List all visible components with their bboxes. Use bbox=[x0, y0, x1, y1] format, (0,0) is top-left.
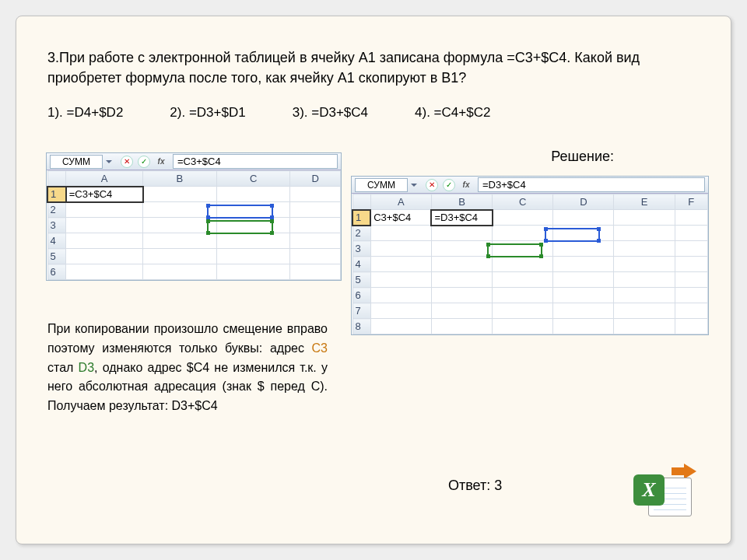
cell[interactable] bbox=[675, 241, 707, 257]
cell[interactable] bbox=[66, 202, 143, 218]
namebox-dropdown-icon[interactable] bbox=[411, 184, 417, 187]
name-box[interactable]: СУММ bbox=[50, 155, 103, 169]
cell[interactable] bbox=[290, 264, 341, 280]
cell[interactable] bbox=[216, 264, 290, 280]
cell[interactable] bbox=[493, 272, 553, 288]
row-header[interactable]: 2 bbox=[352, 226, 370, 241]
cell[interactable] bbox=[216, 202, 290, 218]
cell[interactable] bbox=[614, 226, 675, 241]
col-header[interactable]: A bbox=[66, 171, 143, 187]
cell[interactable] bbox=[675, 288, 707, 303]
cell[interactable] bbox=[553, 319, 614, 334]
cell[interactable] bbox=[553, 226, 614, 241]
cell[interactable] bbox=[675, 272, 707, 288]
cell[interactable] bbox=[614, 257, 675, 272]
cell[interactable] bbox=[370, 319, 431, 334]
spreadsheet-grid[interactable]: A B C D E F 1C3+$C4=D3+$C4 2 3 4 5 6 7 8 bbox=[352, 194, 708, 334]
formula-input[interactable]: =D3+$C4 bbox=[478, 177, 705, 192]
cell[interactable] bbox=[216, 187, 290, 202]
cell[interactable] bbox=[493, 210, 553, 226]
row-header[interactable]: 6 bbox=[352, 288, 370, 303]
cell[interactable] bbox=[143, 264, 217, 280]
cell[interactable] bbox=[290, 218, 341, 233]
cell[interactable] bbox=[143, 202, 217, 218]
ok-icon[interactable]: ✓ bbox=[443, 179, 455, 191]
cell[interactable] bbox=[675, 319, 707, 334]
row-header[interactable]: 3 bbox=[352, 241, 370, 257]
row-header[interactable]: 2 bbox=[47, 202, 66, 218]
col-header[interactable]: D bbox=[290, 171, 341, 187]
cell[interactable] bbox=[66, 249, 143, 264]
cell[interactable] bbox=[66, 264, 143, 280]
cell[interactable] bbox=[614, 241, 675, 257]
col-header[interactable]: D bbox=[553, 194, 614, 210]
row-header[interactable]: 4 bbox=[352, 257, 370, 272]
cell[interactable] bbox=[614, 319, 675, 334]
cell[interactable] bbox=[290, 233, 341, 249]
cell[interactable] bbox=[493, 241, 553, 257]
cell[interactable] bbox=[614, 272, 675, 288]
row-header[interactable]: 6 bbox=[47, 264, 66, 280]
name-box[interactable]: СУММ bbox=[355, 178, 408, 192]
cell[interactable] bbox=[553, 257, 614, 272]
cell-A1[interactable]: =C3+$C4 bbox=[66, 187, 143, 202]
col-header[interactable]: B bbox=[431, 194, 492, 210]
cell[interactable] bbox=[370, 272, 431, 288]
cell[interactable] bbox=[553, 303, 614, 319]
row-header[interactable]: 4 bbox=[47, 233, 66, 249]
row-header[interactable]: 1 bbox=[352, 210, 370, 226]
cell[interactable] bbox=[493, 226, 553, 241]
cell[interactable] bbox=[675, 210, 707, 226]
formula-input[interactable]: =C3+$C4 bbox=[173, 154, 338, 169]
cell[interactable] bbox=[614, 288, 675, 303]
cell[interactable] bbox=[614, 210, 675, 226]
row-header[interactable]: 1 bbox=[47, 187, 66, 202]
cell[interactable] bbox=[216, 249, 290, 264]
row-header[interactable]: 5 bbox=[47, 249, 66, 264]
cell[interactable] bbox=[431, 303, 492, 319]
cell[interactable] bbox=[216, 218, 290, 233]
col-header[interactable]: A bbox=[370, 194, 431, 210]
cell[interactable] bbox=[290, 249, 341, 264]
cell[interactable] bbox=[143, 233, 217, 249]
cell[interactable] bbox=[216, 233, 290, 249]
cell[interactable] bbox=[553, 288, 614, 303]
cell[interactable] bbox=[675, 257, 707, 272]
cell[interactable] bbox=[431, 241, 492, 257]
cancel-icon[interactable]: ✕ bbox=[121, 156, 133, 168]
cell[interactable] bbox=[553, 210, 614, 226]
row-header[interactable]: 3 bbox=[47, 218, 66, 233]
cell-A1[interactable]: C3+$C4 bbox=[370, 210, 431, 226]
cell[interactable] bbox=[143, 249, 217, 264]
cell[interactable] bbox=[431, 288, 492, 303]
cell[interactable] bbox=[493, 319, 553, 334]
cell[interactable] bbox=[143, 187, 217, 202]
col-header[interactable]: C bbox=[216, 171, 290, 187]
cell[interactable] bbox=[66, 218, 143, 233]
cell[interactable] bbox=[431, 226, 492, 241]
cell[interactable] bbox=[431, 272, 492, 288]
select-all-corner[interactable] bbox=[352, 194, 370, 210]
cell[interactable] bbox=[553, 241, 614, 257]
cell[interactable] bbox=[493, 257, 553, 272]
col-header[interactable]: B bbox=[143, 171, 217, 187]
cell[interactable] bbox=[614, 303, 675, 319]
cell[interactable] bbox=[493, 303, 553, 319]
col-header[interactable]: E bbox=[614, 194, 675, 210]
cell[interactable] bbox=[675, 226, 707, 241]
cell[interactable] bbox=[370, 303, 431, 319]
cell[interactable] bbox=[431, 257, 492, 272]
cell[interactable] bbox=[493, 288, 553, 303]
row-header[interactable]: 5 bbox=[352, 272, 370, 288]
row-header[interactable]: 7 bbox=[352, 303, 370, 319]
cell[interactable] bbox=[370, 288, 431, 303]
cell[interactable] bbox=[290, 187, 341, 202]
row-header[interactable]: 8 bbox=[352, 319, 370, 334]
cell[interactable] bbox=[553, 272, 614, 288]
cell[interactable] bbox=[143, 218, 217, 233]
col-header[interactable]: F bbox=[675, 194, 707, 210]
cell[interactable] bbox=[370, 257, 431, 272]
spreadsheet-grid[interactable]: A B C D 1=C3+$C4 2 3 4 5 6 bbox=[47, 170, 341, 280]
cell[interactable] bbox=[290, 202, 341, 218]
cell[interactable] bbox=[431, 319, 492, 334]
